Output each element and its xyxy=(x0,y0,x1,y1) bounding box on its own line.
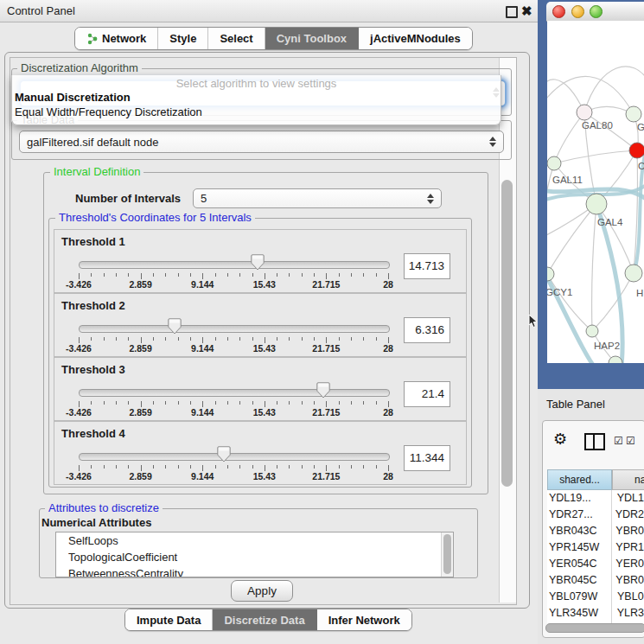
tab-select[interactable]: Select xyxy=(208,28,265,49)
network-node-g[interactable] xyxy=(626,106,641,122)
slider-tick-label: 21.715 xyxy=(312,279,340,290)
network-icon xyxy=(86,33,98,45)
threshold-slider-thumb[interactable] xyxy=(251,254,265,271)
threshold-value-field[interactable]: 21.4 xyxy=(404,381,450,407)
slider-tick xyxy=(388,273,389,279)
slider-tick xyxy=(314,465,315,469)
slider-tick xyxy=(339,401,340,405)
column-header-shared-name[interactable]: shared... xyxy=(547,469,612,490)
network-node-hap2[interactable] xyxy=(586,325,598,337)
slider-tick-label: 28 xyxy=(383,279,393,290)
control-panel-titlebar: Control Panel xyxy=(0,0,538,22)
vertical-scrollbar-thumb[interactable] xyxy=(501,180,513,487)
panel-title: Control Panel xyxy=(7,0,75,22)
slider-tick xyxy=(91,337,92,341)
table-row[interactable]: YDL19...YDL1 xyxy=(547,490,644,507)
threshold-slider-track[interactable] xyxy=(79,453,390,461)
tab-infer-network[interactable]: Infer Network xyxy=(317,609,411,630)
slider-tick xyxy=(351,337,352,341)
slider-tick xyxy=(363,273,364,277)
tab-cyni-toolbox[interactable]: Cyni Toolbox xyxy=(265,28,359,49)
slider-tick xyxy=(141,337,142,343)
tab-discretize-data[interactable]: Discretize Data xyxy=(213,609,316,630)
slider-tick-label: -3.426 xyxy=(66,471,92,481)
network-node-label: C xyxy=(638,161,644,171)
threshold-label: Threshold 2 xyxy=(61,299,125,312)
attribute-item[interactable]: BetweennessCentrality xyxy=(56,565,453,577)
slider-tick xyxy=(252,337,253,341)
tab-jactivemnodules[interactable]: jActiveMNodules xyxy=(359,28,472,49)
zoom-traffic-light-icon[interactable] xyxy=(590,5,603,18)
tab-style[interactable]: Style xyxy=(158,28,208,49)
table-row[interactable]: YBR043CYBR0 xyxy=(547,523,644,539)
gear-icon[interactable]: ⚙ xyxy=(553,430,567,448)
close-icon[interactable]: ✖ xyxy=(521,2,532,20)
network-node-c[interactable] xyxy=(629,143,644,158)
float-window-icon[interactable] xyxy=(506,6,518,18)
slider-tick xyxy=(252,401,253,405)
network-node-h[interactable] xyxy=(625,265,642,282)
slider-tick xyxy=(128,401,129,405)
slider-tick xyxy=(339,465,340,469)
algorithm-dropdown-popup: Select algorithm to view settings Manual… xyxy=(11,75,501,125)
column-header-name[interactable]: name xyxy=(612,469,644,490)
table-row[interactable]: YBR045CYBR0 xyxy=(547,572,644,589)
threshold-value-field[interactable]: 11.344 xyxy=(404,445,450,471)
slider-tick xyxy=(91,273,92,277)
slider-tick xyxy=(239,465,240,469)
threshold-slider-track[interactable] xyxy=(79,389,390,397)
table-row[interactable]: YBL079WYBL0 xyxy=(547,589,644,605)
table-row[interactable]: YER054CYER0 xyxy=(547,556,644,572)
attribute-item[interactable]: SelfLoops xyxy=(56,532,453,549)
slider-tick xyxy=(190,401,191,405)
slider-tick xyxy=(388,401,389,407)
slider-tick xyxy=(116,401,117,405)
column-divider xyxy=(611,490,612,630)
close-traffic-light-icon[interactable] xyxy=(552,5,565,18)
slider-tick xyxy=(79,465,80,471)
slider-tick xyxy=(265,337,265,343)
slider-tick xyxy=(91,465,92,469)
checkbox-icon[interactable]: ☑ xyxy=(626,435,635,447)
table-row[interactable]: YLR345WYLR3 xyxy=(547,605,644,622)
network-node-gal80[interactable] xyxy=(577,105,592,120)
threshold-slider-track[interactable] xyxy=(79,261,390,269)
slider-tick xyxy=(202,273,203,279)
threshold-slider-track[interactable] xyxy=(79,325,390,333)
network-node-label: GAL11 xyxy=(552,175,583,185)
slider-tick xyxy=(178,465,179,469)
table-row[interactable]: YPR145WYPR1 xyxy=(547,539,644,556)
table-data-combobox[interactable]: galFiltered.sif default node xyxy=(19,131,504,153)
number-of-intervals-combobox[interactable]: 5 xyxy=(193,188,442,208)
apply-button[interactable]: Apply xyxy=(231,580,293,602)
tab-impute-data[interactable]: Impute Data xyxy=(125,609,213,630)
threshold-value-field[interactable]: 6.316 xyxy=(404,317,450,343)
network-node-gal11[interactable] xyxy=(547,156,561,170)
threshold-row: Threshold 2-3.4262.8599.14415.4321.71528… xyxy=(54,293,467,357)
node-table[interactable]: YDL19...YDL1YDR27...YDR2YBR043CYBR0YPR14… xyxy=(547,490,644,630)
network-window-titlebar[interactable] xyxy=(546,2,644,22)
split-columns-icon[interactable] xyxy=(584,433,605,450)
attributes-scrollbar[interactable] xyxy=(441,532,453,577)
network-node-gal4[interactable] xyxy=(586,194,607,214)
threshold-value-field[interactable]: 14.713 xyxy=(404,253,450,279)
threshold-slider-thumb[interactable] xyxy=(217,446,231,462)
network-node-gcy1[interactable] xyxy=(547,267,554,281)
checkbox-icon[interactable]: ☑ xyxy=(614,435,623,447)
threshold-row: Threshold 1-3.4262.8599.14415.4321.71528… xyxy=(54,229,467,293)
slider-tick xyxy=(302,465,303,469)
network-canvas[interactable]: GAL80GCGAL11GAL4GCY1HHAP2 xyxy=(547,21,644,363)
table-row[interactable]: YDR27...YDR2 xyxy=(547,507,644,523)
attribute-item[interactable]: TopologicalCoefficient xyxy=(56,549,453,565)
threshold-slider-thumb[interactable] xyxy=(316,382,330,399)
slider-tick xyxy=(339,337,340,341)
tab-network[interactable]: Network xyxy=(75,28,158,49)
algorithm-option-manual[interactable]: Manual Discretization xyxy=(15,91,131,104)
horizontal-scrollbar-thumb[interactable] xyxy=(545,623,644,633)
slider-tick xyxy=(128,273,129,277)
algorithm-option-equal-width[interactable]: Equal Width/Frequency Discretization xyxy=(15,105,202,118)
threshold-slider-thumb[interactable] xyxy=(168,318,182,335)
slider-tick xyxy=(215,337,216,341)
numerical-attributes-list[interactable]: SelfLoopsTopologicalCoefficientBetweenne… xyxy=(55,532,454,577)
minimize-traffic-light-icon[interactable] xyxy=(571,5,584,18)
